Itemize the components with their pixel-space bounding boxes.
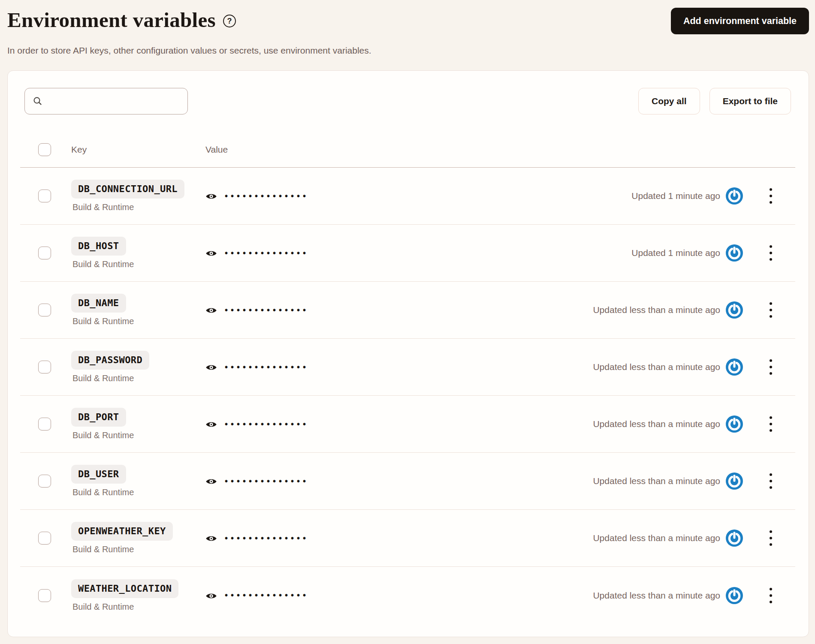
env-key-badge: DB_HOST: [71, 237, 126, 256]
environment-variables-page: Environment variables ? Add environment …: [0, 0, 815, 637]
masked-value: ••••••••••••••: [225, 590, 309, 600]
masked-value: ••••••••••••••: [225, 419, 309, 429]
env-scope-label: Build & Runtime: [71, 545, 205, 554]
reveal-value-eye-icon[interactable]: [205, 249, 217, 258]
updated-timestamp: Updated less than a minute ago: [593, 476, 720, 486]
env-scope-label: Build & Runtime: [71, 430, 205, 440]
redeploy-status-icon[interactable]: [726, 530, 743, 547]
updated-timestamp: Updated less than a minute ago: [593, 305, 720, 315]
masked-value: ••••••••••••••: [225, 533, 309, 543]
env-key-badge: DB_PASSWORD: [71, 351, 149, 370]
env-vars-card: Copy all Export to file Key Value DB_CON…: [7, 70, 809, 637]
page-header: Environment variables ? Add environment …: [7, 7, 809, 34]
updated-timestamp: Updated less than a minute ago: [593, 590, 720, 601]
search-input[interactable]: [24, 88, 188, 114]
table-row: WEATHER_LOCATION Build & Runtime •••••••…: [20, 567, 795, 624]
reveal-value-eye-icon[interactable]: [205, 592, 217, 600]
env-scope-label: Build & Runtime: [71, 373, 205, 383]
table-row: DB_PASSWORD Build & Runtime ••••••••••••…: [20, 339, 795, 396]
updated-timestamp: Updated less than a minute ago: [593, 419, 720, 429]
row-checkbox[interactable]: [38, 418, 51, 430]
value-column-header: Value: [205, 144, 791, 155]
select-all-checkbox[interactable]: [38, 143, 51, 156]
reveal-value-eye-icon[interactable]: [205, 420, 217, 429]
env-scope-label: Build & Runtime: [71, 259, 205, 269]
table-body: DB_CONNECTION_URL Build & Runtime ••••••…: [24, 168, 791, 624]
redeploy-status-icon[interactable]: [726, 187, 743, 205]
reveal-value-eye-icon[interactable]: [205, 192, 217, 201]
row-checkbox[interactable]: [38, 475, 51, 488]
redeploy-status-icon[interactable]: [726, 587, 743, 604]
redeploy-status-icon[interactable]: [726, 472, 743, 490]
env-key-badge: DB_USER: [71, 465, 126, 484]
reveal-value-eye-icon[interactable]: [205, 363, 217, 372]
row-menu-button[interactable]: [768, 187, 774, 205]
updated-timestamp: Updated less than a minute ago: [593, 533, 720, 543]
row-checkbox[interactable]: [38, 304, 51, 316]
toolbar: Copy all Export to file: [24, 88, 791, 114]
updated-timestamp: Updated less than a minute ago: [593, 362, 720, 372]
row-menu-button[interactable]: [768, 529, 774, 548]
env-key-badge: DB_PORT: [71, 408, 126, 427]
row-menu-button[interactable]: [768, 415, 774, 433]
copy-all-button[interactable]: Copy all: [638, 88, 700, 114]
row-menu-button[interactable]: [768, 586, 774, 605]
env-key-badge: OPENWEATHER_KEY: [71, 522, 173, 541]
reveal-value-eye-icon[interactable]: [205, 477, 217, 486]
table-row: DB_HOST Build & Runtime •••••••••••••• U…: [20, 225, 795, 282]
table-row: OPENWEATHER_KEY Build & Runtime ••••••••…: [20, 510, 795, 567]
row-menu-button[interactable]: [768, 358, 774, 376]
table-row: DB_CONNECTION_URL Build & Runtime ••••••…: [20, 168, 795, 225]
redeploy-status-icon[interactable]: [726, 244, 743, 262]
row-menu-button[interactable]: [768, 244, 774, 262]
reveal-value-eye-icon[interactable]: [205, 534, 217, 543]
table-row: DB_USER Build & Runtime •••••••••••••• U…: [20, 453, 795, 510]
redeploy-status-icon[interactable]: [726, 301, 743, 319]
reveal-value-eye-icon[interactable]: [205, 306, 217, 315]
redeploy-status-icon[interactable]: [726, 415, 743, 433]
env-key-badge: DB_NAME: [71, 294, 126, 313]
search-box: [24, 88, 188, 114]
env-key-badge: DB_CONNECTION_URL: [71, 180, 184, 199]
key-column-header: Key: [71, 144, 205, 155]
export-to-file-button[interactable]: Export to file: [709, 88, 791, 114]
row-checkbox[interactable]: [38, 532, 51, 545]
add-environment-variable-button[interactable]: Add environment variable: [671, 8, 809, 34]
updated-timestamp: Updated 1 minute ago: [631, 191, 720, 201]
help-icon[interactable]: ?: [223, 15, 236, 27]
row-menu-button[interactable]: [768, 472, 774, 491]
table-row: DB_PORT Build & Runtime •••••••••••••• U…: [20, 396, 795, 453]
row-menu-button[interactable]: [768, 301, 774, 319]
page-subtitle: In order to store API keys, other config…: [7, 45, 809, 56]
updated-timestamp: Updated 1 minute ago: [631, 248, 720, 258]
masked-value: ••••••••••••••: [225, 248, 309, 258]
row-checkbox[interactable]: [38, 190, 51, 202]
redeploy-status-icon[interactable]: [726, 358, 743, 376]
env-scope-label: Build & Runtime: [71, 316, 205, 326]
table-header-row: Key Value: [20, 132, 795, 168]
row-checkbox[interactable]: [38, 361, 51, 373]
search-icon: [33, 96, 43, 108]
env-scope-label: Build & Runtime: [71, 602, 205, 612]
masked-value: ••••••••••••••: [225, 305, 309, 315]
env-scope-label: Build & Runtime: [71, 202, 205, 212]
table-row: DB_NAME Build & Runtime •••••••••••••• U…: [20, 282, 795, 339]
masked-value: ••••••••••••••: [225, 476, 309, 486]
env-key-badge: WEATHER_LOCATION: [71, 579, 178, 598]
masked-value: ••••••••••••••: [225, 362, 309, 372]
row-checkbox[interactable]: [38, 247, 51, 259]
page-title: Environment variables: [7, 7, 216, 33]
row-checkbox[interactable]: [38, 589, 51, 602]
env-scope-label: Build & Runtime: [71, 488, 205, 497]
masked-value: ••••••••••••••: [225, 191, 309, 201]
